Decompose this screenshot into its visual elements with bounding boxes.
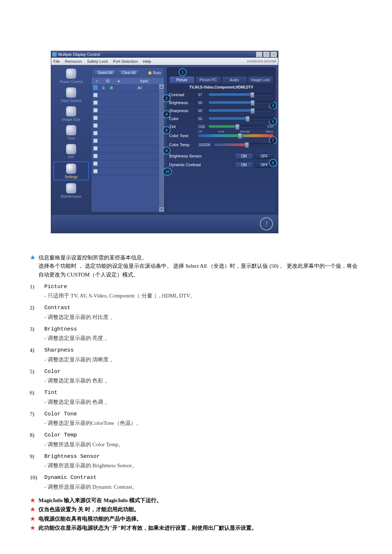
sidebar-item-time[interactable]: Time xyxy=(53,124,89,141)
time-icon xyxy=(66,125,76,135)
scroll-down-icon[interactable]: ▼ xyxy=(159,206,164,212)
list-row[interactable] xyxy=(91,122,164,130)
info-icon[interactable]: ! xyxy=(260,217,273,230)
sidebar-item-pip[interactable]: PIP xyxy=(53,143,89,160)
callout-6: 6 xyxy=(163,126,171,134)
color-label: Color xyxy=(169,116,198,121)
list-row[interactable] xyxy=(91,92,164,99)
tab-image-lock[interactable]: Image Lock xyxy=(248,76,273,84)
select-all-button[interactable]: Select All xyxy=(94,70,116,76)
tone-opt-normal: Normal xyxy=(240,130,250,133)
doc-note: ★MagicInfo 输入来源仅可在 MagicInfo 模式下运行。 xyxy=(30,496,362,505)
brightness-slider[interactable] xyxy=(208,101,273,104)
list-row[interactable] xyxy=(91,138,164,145)
pip-icon xyxy=(66,144,76,154)
item-title: Brightness Sensor xyxy=(44,452,362,461)
item-desc: - 调整选定显示器的 色彩 。 xyxy=(44,377,362,385)
color-temp-label: Color Temp xyxy=(169,143,198,147)
star-icon: ★ xyxy=(30,505,38,514)
busy-dot-icon xyxy=(148,71,152,75)
tint-left: G50 xyxy=(198,125,208,129)
sidebar-item-input-source[interactable]: Input Source xyxy=(53,86,89,103)
item-desc: - 调整选定显示器的ColorTone（色温）。 xyxy=(44,419,362,427)
item-number: 10) xyxy=(30,473,44,491)
minimize-button[interactable]: _ xyxy=(256,52,262,57)
note-text: 电视源仅能在具有电视功能的产品中选择。 xyxy=(38,515,362,523)
item-desc: - 调整选定显示器的 亮度 。 xyxy=(44,334,362,342)
tone-opt-cool: Cool xyxy=(218,130,224,133)
tab-audio[interactable]: Audio xyxy=(222,76,247,84)
header-input: Input xyxy=(124,78,164,84)
item-number: 5) xyxy=(30,368,44,385)
item-number: 6) xyxy=(30,389,44,406)
menu-safety-lock[interactable]: Safety Lock xyxy=(87,59,108,63)
sidebar-item-power-control[interactable]: Power Control xyxy=(53,67,89,85)
doc-item: 7)Color Tone- 调整选定显示器的ColorTone（色温）。 xyxy=(30,410,362,428)
tint-slider[interactable] xyxy=(208,125,266,128)
callout-9: 9 xyxy=(269,159,277,167)
list-row[interactable] xyxy=(91,153,164,160)
brand-label: SAMSUNG DIGITall xyxy=(247,59,276,63)
sidebar: Power Control Input Source Image Size Ti… xyxy=(53,67,89,212)
sharpness-slider[interactable] xyxy=(208,109,273,112)
item-title: Contrast xyxy=(44,304,362,312)
settings-panel: 1 2 3 4 5 6 7 8 9 10 Picture Picture PC … xyxy=(167,67,276,212)
close-button[interactable]: × xyxy=(270,52,277,57)
item-number: 2) xyxy=(30,304,44,321)
dynamic-contrast-label: Dynamic Contrast xyxy=(169,163,233,167)
item-desc: - 调整所选显示器的 Dynamic Contrast。 xyxy=(44,483,362,491)
clear-all-button[interactable]: Clear All xyxy=(119,70,139,76)
sidebar-item-maintenance[interactable]: Maintenance xyxy=(53,182,89,199)
list-row[interactable] xyxy=(91,130,164,138)
list-row[interactable] xyxy=(91,99,164,107)
contrast-value: 67 xyxy=(198,93,208,97)
maximize-button[interactable]: □ xyxy=(263,52,270,57)
document-body: ★ 信息窗格显示设置控制所需的某些基本信息。 选择各个功能时 ， 选定功能的设定… xyxy=(30,254,362,532)
list-row[interactable]: 0 AV xyxy=(91,84,164,92)
busy-label: Busy xyxy=(153,71,161,75)
menubar: File Remocon Safety Lock Port Selection … xyxy=(51,58,278,65)
sidebar-item-settings[interactable]: Settings xyxy=(53,161,89,180)
callout-4: 4 xyxy=(163,110,171,118)
item-desc: - 只适用于 TV, AV, S-Video, Component（ 分量 ）,… xyxy=(44,292,362,300)
power-icon xyxy=(66,69,76,79)
header-id: ID xyxy=(102,78,113,84)
tab-picture-pc[interactable]: Picture PC xyxy=(195,76,221,84)
note-text: 仅当色温设置为 关 时，才能启用此功能。 xyxy=(38,505,362,514)
brightness-sensor-on[interactable]: ON xyxy=(235,153,253,159)
menu-port-selection[interactable]: Port Selection xyxy=(113,59,138,63)
color-temp-slider[interactable] xyxy=(213,143,273,147)
list-header: ✓ ID ● Input xyxy=(91,78,164,84)
status-bar: ! xyxy=(51,214,278,233)
callout-8: 8 xyxy=(163,147,171,155)
item-desc: - 调整选定显示器的 色调 。 xyxy=(44,398,362,406)
contrast-slider[interactable] xyxy=(208,93,273,97)
scroll-up-icon[interactable]: ▲ xyxy=(159,84,164,90)
list-row[interactable] xyxy=(91,160,164,168)
sidebar-item-image-size[interactable]: Image Size xyxy=(53,105,89,122)
device-list-panel: Select All Clear All Busy ✓ ID ● Input xyxy=(91,67,164,212)
menu-file[interactable]: File xyxy=(53,59,60,63)
input-source-icon xyxy=(66,87,76,98)
dynamic-contrast-on[interactable]: ON xyxy=(235,162,253,168)
doc-item: 3)Brightness- 调整选定显示器的 亮度 。 xyxy=(30,325,362,343)
list-row[interactable] xyxy=(91,145,164,153)
list-row[interactable] xyxy=(91,168,164,176)
app-icon xyxy=(52,52,57,57)
brightness-value: 68 xyxy=(198,101,208,105)
sidebar-item-label: PIP xyxy=(68,155,74,159)
item-title: Dynamic Contrast xyxy=(44,473,362,482)
menu-help[interactable]: Help xyxy=(143,59,151,63)
list-row[interactable] xyxy=(91,115,164,122)
list-row[interactable] xyxy=(91,107,164,115)
menu-remocon[interactable]: Remocon xyxy=(65,59,82,63)
color-value: 60 xyxy=(198,117,208,121)
busy-indicator: Busy xyxy=(148,71,161,75)
tab-picture[interactable]: Picture xyxy=(169,76,195,84)
item-title: Brightness xyxy=(44,325,362,333)
row-input: AV xyxy=(115,86,164,90)
app-window: Multiple Display Control _ □ × File Remo… xyxy=(51,51,278,233)
color-slider[interactable] xyxy=(208,117,273,120)
color-tone-slider[interactable]: Off Cool Normal Warm xyxy=(198,134,273,137)
brightness-sensor-off[interactable]: OFF xyxy=(255,153,273,159)
